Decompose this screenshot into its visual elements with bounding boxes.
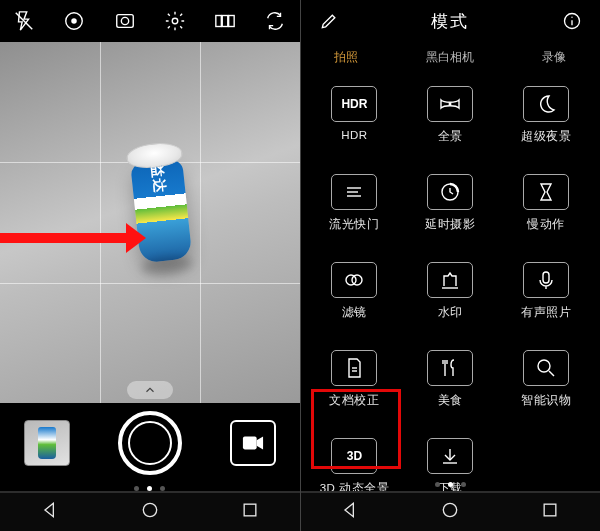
- grid-line: [100, 42, 101, 403]
- svg-rect-9: [242, 437, 256, 450]
- mode-hdr[interactable]: HDR HDR: [311, 86, 397, 141]
- switch-camera-icon[interactable]: [261, 7, 289, 35]
- svg-point-15: [449, 103, 452, 106]
- mode-audiophoto[interactable]: 有声照片: [503, 262, 589, 320]
- wide-aperture-icon[interactable]: [111, 7, 139, 35]
- svg-rect-31: [544, 504, 556, 516]
- tab-video[interactable]: 录像: [542, 49, 566, 66]
- modes-title: 模式: [431, 10, 469, 33]
- 3d-icon: 3D: [331, 438, 377, 474]
- svg-point-4: [121, 17, 128, 24]
- night-icon: [523, 86, 569, 122]
- nav-home-icon[interactable]: [140, 500, 160, 524]
- aperture-icon[interactable]: [60, 7, 88, 35]
- nav-home-icon[interactable]: [440, 500, 460, 524]
- shutter-button[interactable]: [118, 411, 182, 475]
- mode-watermark[interactable]: 水印: [407, 262, 493, 320]
- mode-supernight[interactable]: 超级夜景: [503, 86, 589, 144]
- mode-food[interactable]: 美食: [407, 350, 493, 408]
- svg-point-30: [444, 503, 457, 516]
- search-icon: [523, 350, 569, 386]
- svg-point-21: [352, 275, 362, 285]
- nav-recent-icon[interactable]: [540, 500, 560, 524]
- camera-viewfinder[interactable]: 益达: [0, 42, 300, 403]
- mode-3d-panorama[interactable]: 3D 3D 动态全景: [311, 438, 397, 496]
- svg-rect-6: [216, 16, 222, 27]
- svg-rect-11: [244, 504, 256, 516]
- swipe-handle[interactable]: [127, 381, 173, 399]
- mode-filter[interactable]: 滤镜: [311, 262, 397, 320]
- filter-icon[interactable]: [211, 7, 239, 35]
- info-icon[interactable]: [558, 11, 586, 31]
- nav-recent-icon[interactable]: [240, 500, 260, 524]
- flash-off-icon[interactable]: [10, 7, 38, 35]
- android-nav-bar: [301, 491, 601, 531]
- subject-bottle: 益达: [125, 140, 196, 275]
- svg-point-2: [72, 18, 78, 24]
- mode-panorama[interactable]: 全景: [407, 86, 493, 144]
- svg-point-5: [172, 18, 178, 24]
- modes-screen: 模式 拍照 黑白相机 录像 HDR HDR 全景 超级夜景 流光快门: [301, 0, 601, 531]
- svg-rect-7: [222, 16, 228, 27]
- download-icon: [427, 438, 473, 474]
- mode-lightpainting[interactable]: 流光快门: [311, 174, 397, 232]
- tab-mono[interactable]: 黑白相机: [426, 49, 474, 66]
- android-nav-bar: [0, 491, 300, 531]
- svg-rect-3: [116, 15, 133, 28]
- food-icon: [427, 350, 473, 386]
- tab-photo[interactable]: 拍照: [334, 49, 358, 66]
- watermark-icon: [427, 262, 473, 298]
- hdr-icon: HDR: [331, 86, 377, 122]
- nav-back-icon[interactable]: [40, 500, 60, 524]
- svg-rect-8: [229, 16, 235, 27]
- mode-slowmotion[interactable]: 慢动作: [503, 174, 589, 232]
- panorama-icon: [427, 86, 473, 122]
- modes-tabs: 拍照 黑白相机 录像: [301, 42, 601, 72]
- lightpaint-icon: [331, 174, 377, 210]
- document-icon: [331, 350, 377, 386]
- page-indicator: [301, 482, 601, 487]
- camera-screen: 益达: [0, 0, 301, 531]
- nav-back-icon[interactable]: [340, 500, 360, 524]
- annotation-arrow: [0, 233, 128, 243]
- gallery-thumbnail[interactable]: [24, 420, 70, 466]
- mode-timelapse[interactable]: 延时摄影: [407, 174, 493, 232]
- modes-grid: HDR HDR 全景 超级夜景 流光快门 延时摄影 慢动作: [301, 78, 601, 477]
- filter-mode-icon: [331, 262, 377, 298]
- mode-objectrecognition[interactable]: 智能识物: [503, 350, 589, 408]
- edit-icon[interactable]: [315, 11, 343, 31]
- modes-header: 模式: [301, 0, 601, 42]
- mode-docscan[interactable]: 文档校正: [311, 350, 397, 408]
- grid-line: [200, 42, 201, 403]
- svg-point-26: [538, 360, 550, 372]
- timelapse-icon: [427, 174, 473, 210]
- svg-point-10: [143, 503, 156, 516]
- camera-bottom-controls: [0, 403, 300, 483]
- camera-top-toolbar: [0, 0, 300, 42]
- settings-icon[interactable]: [161, 7, 189, 35]
- mode-download[interactable]: 下载: [407, 438, 493, 496]
- slowmo-icon: [523, 174, 569, 210]
- svg-point-14: [571, 17, 572, 18]
- svg-line-27: [549, 371, 554, 376]
- video-mode-button[interactable]: [230, 420, 276, 466]
- audio-icon: [523, 262, 569, 298]
- grid-line: [0, 283, 300, 284]
- svg-rect-23: [543, 272, 549, 283]
